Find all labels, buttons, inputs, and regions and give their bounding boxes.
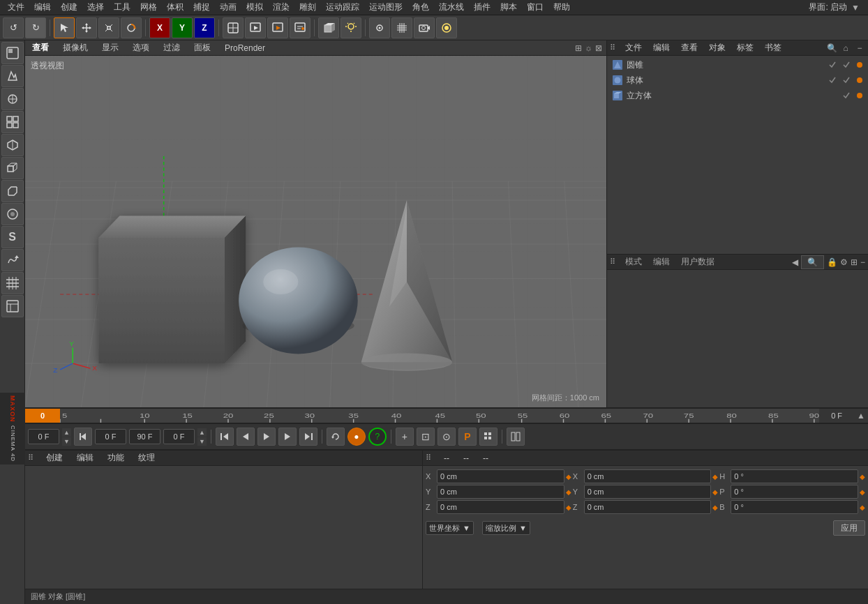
right-bottom-arrow[interactable]: ◀ xyxy=(792,257,798,267)
left-tool-10[interactable] xyxy=(1,249,24,271)
autokey-button[interactable]: ? xyxy=(368,428,387,446)
vp-tab-camera[interactable]: 摄像机 xyxy=(60,40,91,55)
vp-tab-filter[interactable]: 过滤 xyxy=(160,40,183,55)
menu-volume[interactable]: 体积 xyxy=(162,0,188,15)
coord-z-field[interactable]: 0 cm xyxy=(437,500,564,514)
coord-h-arrow[interactable]: ◆ xyxy=(860,473,865,481)
record-button[interactable]: ● xyxy=(347,428,366,446)
left-tool-11[interactable] xyxy=(1,272,24,294)
right-tab-edit[interactable]: 编辑 xyxy=(649,40,674,55)
coord-rx-arrow[interactable]: ◆ xyxy=(712,473,718,481)
left-tool-7[interactable] xyxy=(1,180,24,202)
prev-keyframe-button[interactable] xyxy=(74,428,92,446)
rotate-tool-button[interactable] xyxy=(121,17,142,38)
left-tool-6[interactable] xyxy=(1,157,24,179)
redo-button[interactable]: ↻ xyxy=(25,17,46,38)
end-frame-field[interactable]: 90 F xyxy=(129,429,160,444)
prev-frame-button[interactable] xyxy=(237,428,255,446)
right-minus-icon[interactable]: − xyxy=(854,43,865,54)
grid-button[interactable] xyxy=(391,17,412,38)
right-tab-bookmark[interactable]: 书签 xyxy=(761,40,786,55)
timeline-ruler[interactable]: 0 5 10 15 20 25 30 35 xyxy=(25,409,868,423)
current-frame-field[interactable]: 0 F xyxy=(28,429,59,444)
menu-help[interactable]: 帮助 xyxy=(548,0,575,15)
camera-toggle-button[interactable] xyxy=(436,17,457,38)
coord-rx-field[interactable]: 0 cm xyxy=(584,469,712,483)
coord-ry-field[interactable]: 0 cm xyxy=(584,485,712,499)
right-bottom-search[interactable]: 🔍 xyxy=(801,255,824,269)
interface-dropdown-icon[interactable]: ▼ xyxy=(851,3,860,13)
coord-p-field[interactable]: 0 ° xyxy=(731,485,858,499)
object-item-sphere[interactable]: 球体 xyxy=(607,73,868,88)
menu-mesh[interactable]: 网格 xyxy=(135,0,162,15)
rbt-edit[interactable]: 编辑 xyxy=(649,255,674,269)
start-frame-field[interactable]: 0 F xyxy=(95,429,126,444)
menu-pipeline[interactable]: 流水线 xyxy=(434,0,469,15)
menu-character[interactable]: 角色 xyxy=(407,0,434,15)
timeline-expand-icon[interactable]: ▲ xyxy=(854,411,868,421)
menu-tools[interactable]: 工具 xyxy=(109,0,135,15)
br-tab-1[interactable]: -- xyxy=(440,452,454,465)
coord-rz-field[interactable]: 0 cm xyxy=(584,500,712,514)
coord-b-arrow[interactable]: ◆ xyxy=(860,504,865,511)
right-bottom-settings[interactable]: ⚙ xyxy=(840,257,848,267)
vp-tab-panel[interactable]: 面板 xyxy=(191,40,214,55)
next-frame-button[interactable] xyxy=(278,428,297,446)
loop-button[interactable] xyxy=(327,428,345,446)
coord-h-field[interactable]: 0 ° xyxy=(731,469,858,483)
vp-icon-1[interactable]: ⊞ xyxy=(575,43,582,53)
left-tool-2[interactable] xyxy=(1,65,24,87)
render-view-button[interactable] xyxy=(245,17,266,38)
coord-z-arrow[interactable]: ◆ xyxy=(566,504,571,511)
select-tool-button[interactable] xyxy=(54,17,75,38)
frame-down-arrow2[interactable]: ▼ xyxy=(197,437,207,446)
light-button[interactable] xyxy=(341,17,361,38)
y-axis-button[interactable]: Y xyxy=(172,17,193,38)
right-tab-tag[interactable]: 标签 xyxy=(733,40,758,55)
vp-tab-view[interactable]: 查看 xyxy=(29,40,52,55)
left-tool-12[interactable] xyxy=(1,295,24,317)
snap-button[interactable] xyxy=(369,17,390,38)
right-search-icon[interactable]: 🔍 xyxy=(826,43,837,54)
menu-sculpt[interactable]: 雕刻 xyxy=(294,0,321,15)
camera-button[interactable] xyxy=(414,17,435,38)
br-tab-3[interactable]: -- xyxy=(479,452,493,465)
render-button[interactable] xyxy=(267,17,288,38)
right-bottom-grid[interactable]: ⊞ xyxy=(851,257,858,267)
menu-snap[interactable]: 捕捉 xyxy=(188,0,215,15)
coord-rz-arrow[interactable]: ◆ xyxy=(712,504,718,511)
coord-p-arrow[interactable]: ◆ xyxy=(860,488,865,496)
menu-animation[interactable]: 动画 xyxy=(215,0,241,15)
frame-down-arrow[interactable]: ▼ xyxy=(62,437,71,446)
menu-motion-track[interactable]: 运动跟踪 xyxy=(321,0,364,15)
menu-edit[interactable]: 编辑 xyxy=(29,0,56,15)
left-tool-1[interactable] xyxy=(1,42,24,64)
frame-up-arrow2[interactable]: ▲ xyxy=(197,428,207,437)
go-first-button[interactable] xyxy=(216,428,234,446)
right-bottom-minus[interactable]: − xyxy=(860,257,865,267)
timeline-icon-grid[interactable] xyxy=(479,428,497,446)
br-tab-2[interactable]: -- xyxy=(459,452,473,465)
menu-simulate[interactable]: 模拟 xyxy=(241,0,268,15)
object-item-cone[interactable]: 圆锥 xyxy=(607,57,868,73)
vp-tab-display[interactable]: 显示 xyxy=(99,40,121,55)
timeline-icon-square[interactable]: ⊡ xyxy=(417,428,435,446)
coord-y-field[interactable]: 0 cm xyxy=(437,485,564,499)
timeline-icon-plus[interactable]: + xyxy=(396,428,414,446)
left-tool-3[interactable] xyxy=(1,88,24,110)
left-tool-8[interactable] xyxy=(1,203,24,225)
coord-x-arrow[interactable]: ◆ xyxy=(566,473,571,481)
object-mode-button[interactable] xyxy=(223,17,244,38)
scene-canvas[interactable]: 透视视图 xyxy=(25,56,606,407)
object-item-cube[interactable]: 立方体 xyxy=(607,88,868,103)
bl-tab-edit[interactable]: 编辑 xyxy=(73,451,98,465)
vp-tab-options[interactable]: 选项 xyxy=(130,40,152,55)
timeline-icon-list[interactable] xyxy=(507,428,525,446)
timeline-ruler-ticks[interactable]: 5 10 15 20 25 30 35 40 45 50 55 60 xyxy=(60,409,819,423)
z-axis-button[interactable]: Z xyxy=(194,17,215,38)
timeline-icon-p[interactable]: P xyxy=(458,428,477,446)
go-last-button[interactable] xyxy=(299,428,317,446)
left-tool-5[interactable] xyxy=(1,134,24,156)
vp-icon-3[interactable]: ⊠ xyxy=(595,43,602,53)
3d-viewport[interactable]: 查看 摄像机 显示 选项 过滤 面板 ProRender ⊞ ☼ ⊠ xyxy=(25,40,606,407)
